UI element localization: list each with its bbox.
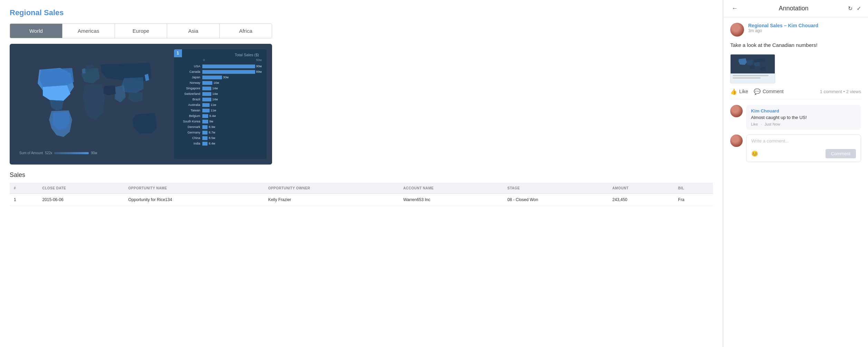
bar-value: 14м [212, 98, 218, 101]
bar-row: Canada 89м [179, 69, 262, 74]
commenter-avatar [730, 105, 743, 117]
region-tabs: World Americas Europe Asia Africa [10, 23, 272, 38]
bar-row: Australia 11м [179, 102, 262, 107]
bar-row: Singapore 14м [179, 86, 262, 91]
bar-value: 11м [211, 109, 216, 112]
sales-tbody: 1 2015-06-06 Opportunity for Rice134 Kel… [10, 194, 713, 206]
bar-row: India 8.4м [179, 141, 262, 146]
bar-row: Japan 30м [179, 75, 262, 80]
bar-fill [202, 142, 208, 146]
bar-row: Norway 16м [179, 80, 262, 85]
thumb-line-2 [733, 77, 761, 79]
bar-label: Taiwan [179, 109, 202, 112]
tab-africa[interactable]: Africa [220, 24, 272, 38]
table-row: 1 2015-06-06 Opportunity for Rice134 Kel… [10, 194, 713, 206]
col-account: ACCOUNT NAME [399, 183, 503, 194]
bar-track: 89м [202, 70, 262, 74]
comment-content: Kim Chouard Almost caught up to the US! … [746, 105, 861, 130]
chart-badge: 1 [174, 49, 182, 57]
avatar-image [730, 23, 744, 37]
bar-label: Singapore [179, 87, 202, 90]
comment-placeholder[interactable]: Write a comment... [751, 138, 856, 143]
bar-label: Brazil [179, 98, 202, 101]
bar-label: Germany [179, 131, 202, 134]
bar-track: 14м [202, 87, 262, 90]
bar-value: 14м [212, 87, 218, 90]
bar-value: 16м [213, 81, 219, 85]
bar-fill [202, 120, 208, 123]
action-stats: 1 comment • 2 views [820, 89, 861, 94]
legend-bar [54, 152, 89, 154]
bar-track: 30м [202, 76, 262, 79]
bar-chart-rows: USA 90м Canada 89м Japan 30м Norway 16м [179, 64, 262, 146]
like-icon: 👍 [730, 88, 737, 95]
bar-fill [202, 114, 208, 118]
bar-track: 8.9м [202, 125, 262, 129]
comment-item: Kim Chouard Almost caught up to the US! … [730, 105, 861, 130]
bar-row: Denmark 8.9м [179, 125, 262, 129]
bar-row: South Korea 9м [179, 119, 262, 124]
col-stage: STAGE [503, 183, 608, 194]
map-legend: Sum of Amount 522к 90м [19, 151, 97, 155]
like-button[interactable]: 👍 Like [730, 88, 748, 95]
map-area: Sum of Amount 522к 90м [15, 49, 174, 159]
cell-opp-owner: Kelly Frazier [264, 194, 399, 206]
sales-section: Sales # CLOSE DATE OPPORTUNITY NAME OPPO… [10, 171, 713, 206]
bar-label: USA [179, 65, 202, 68]
bar-fill [202, 125, 208, 129]
bar-row: China 8.5м [179, 136, 262, 140]
thumb-line-1 [733, 75, 769, 76]
chart-container: Sum of Amount 522к 90м 1 Total Sales ($)… [10, 44, 272, 165]
tab-americas[interactable]: Americas [62, 24, 115, 38]
author-info: Regional Sales – Kim Chouard 3m ago [748, 23, 818, 33]
bar-label: Canada [179, 70, 202, 73]
tab-asia[interactable]: Asia [167, 24, 220, 38]
tab-world[interactable]: World [10, 24, 62, 38]
thumb-inner [731, 54, 775, 73]
bar-label: Australia [179, 103, 202, 107]
comment-author: Kim Chouard [751, 108, 856, 113]
cell-account: Warren653 Inc [399, 194, 503, 206]
refresh-button[interactable]: ↻ [848, 5, 852, 12]
header-actions: ↻ ✓ [848, 5, 861, 12]
emoji-button[interactable]: 😊 [751, 150, 758, 157]
bar-fill [202, 109, 210, 112]
comment-like-action[interactable]: Like [751, 122, 758, 126]
bar-label: South Korea [179, 120, 202, 123]
author-time: 3m ago [748, 28, 818, 33]
bar-track: 90м [202, 65, 262, 68]
bar-fill [202, 136, 208, 140]
check-button[interactable]: ✓ [857, 5, 861, 12]
author-name: Regional Sales – Kim Chouard [748, 23, 818, 28]
comment-meta: Like · Just Now [751, 122, 856, 126]
comment-input-box: Write a comment... 😊 Comment [746, 135, 861, 162]
annotation-message: Take a look at the Canadian numbers! [730, 41, 861, 49]
tab-europe[interactable]: Europe [115, 24, 167, 38]
annotation-body: Regional Sales – Kim Chouard 3m ago Take… [723, 17, 868, 347]
bar-fill [202, 131, 208, 135]
annotation-header-title: Annotation [743, 5, 844, 12]
bar-fill [202, 103, 210, 107]
annotation-author-row: Regional Sales – Kim Chouard 3m ago [730, 23, 861, 37]
bar-value: 89м [256, 70, 262, 73]
bar-track: 8.4м [202, 142, 262, 146]
legend-label: Sum of Amount [19, 151, 43, 155]
bar-track: 11м [202, 109, 262, 112]
comment-submit-button[interactable]: Comment [826, 149, 856, 158]
comment-button[interactable]: 💬 Comment [754, 88, 784, 95]
bar-track: 8.5м [202, 136, 262, 140]
bar-track: 9м [202, 120, 262, 123]
main-panel: Regional Sales World Americas Europe Asi… [0, 0, 723, 347]
col-num: # [10, 183, 38, 194]
bar-value: 8.4м [209, 142, 215, 145]
bar-label: Belgium [179, 114, 202, 118]
bar-value: 11м [211, 103, 216, 107]
bar-fill [202, 81, 212, 85]
back-button[interactable]: ← [730, 5, 739, 12]
bar-row: USA 90м [179, 64, 262, 69]
bar-value: 30м [223, 76, 229, 79]
like-label: Like [739, 89, 748, 94]
cell-num: 1 [10, 194, 38, 206]
col-bil: BIL [674, 183, 713, 194]
annotation-actions: 👍 Like 💬 Comment 1 comment • 2 views [730, 88, 861, 99]
